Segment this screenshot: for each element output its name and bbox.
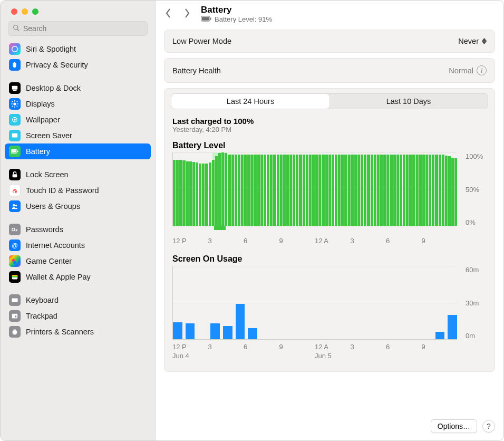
main-pane: Battery Battery Level: 91% Low Power Mod… — [156, 1, 503, 440]
sidebar-item-trackpad[interactable]: Trackpad — [5, 308, 151, 324]
sidebar-item-siri-spotlight[interactable]: Siri & Spotlight — [5, 41, 151, 57]
svg-rect-1 — [12, 86, 18, 90]
dock-icon — [9, 82, 21, 94]
sidebar-item-label: Wallet & Apple Pay — [26, 273, 91, 281]
sidebar-item-label: Printers & Scanners — [26, 328, 94, 336]
sidebar-item-label: Siri & Spotlight — [26, 45, 76, 53]
tab-last-10-days[interactable]: Last 10 Days — [329, 94, 488, 109]
svg-rect-34 — [12, 314, 18, 319]
sidebar-item-users-groups[interactable]: Users & Groups — [5, 198, 151, 214]
wallpaper-icon — [9, 114, 21, 126]
low-power-mode-value[interactable]: Never — [458, 37, 487, 45]
sidebar-item-printers-scanners[interactable]: Printers & Scanners — [5, 324, 151, 340]
sidebar-item-lock-screen[interactable]: Lock Screen — [5, 167, 151, 183]
svg-point-23 — [13, 204, 15, 206]
lock-icon — [9, 169, 21, 180]
settings-window: Siri & SpotlightPrivacy & SecurityDeskto… — [0, 0, 504, 441]
sidebar-item-label: Users & Groups — [26, 202, 80, 210]
options-button[interactable]: Options… — [431, 419, 477, 433]
sidebar-item-displays[interactable]: Displays — [5, 96, 151, 112]
sidebar-item-label: Lock Screen — [26, 170, 69, 179]
sidebar-item-keyboard[interactable]: Keyboard — [5, 292, 151, 308]
low-power-mode-row[interactable]: Low Power Mode Never — [164, 30, 495, 52]
zoom-window-button[interactable] — [32, 8, 38, 15]
battery-status-icon — [201, 15, 211, 23]
content: Low Power Mode Never Battery Health Norm… — [156, 26, 503, 416]
sidebar-item-screen-saver[interactable]: Screen Saver — [5, 128, 151, 143]
svg-point-29 — [13, 261, 16, 264]
sidebar-item-label: Privacy & Security — [26, 61, 88, 69]
page-title: Battery — [201, 5, 272, 15]
forward-button[interactable] — [183, 8, 191, 20]
svg-point-28 — [15, 259, 17, 262]
close-window-button[interactable] — [11, 8, 17, 15]
sidebar-item-wallpaper[interactable]: Wallpaper — [5, 112, 151, 128]
help-button[interactable]: ? — [482, 420, 495, 433]
sidebar-list[interactable]: Siri & SpotlightPrivacy & SecurityDeskto… — [1, 41, 155, 440]
back-button[interactable] — [164, 8, 172, 20]
sidebar-item-touch-id-password[interactable]: Touch ID & Password — [5, 183, 151, 198]
svg-rect-2 — [13, 90, 17, 91]
screensaver-icon — [9, 130, 21, 141]
sidebar-item-internet-accounts[interactable]: @Internet Accounts — [5, 237, 151, 253]
search-input[interactable] — [23, 24, 143, 33]
info-icon[interactable]: i — [477, 65, 487, 75]
screen-on-chart-title: Screen On Usage — [172, 254, 487, 264]
svg-rect-38 — [13, 333, 16, 335]
header-title-block: Battery Battery Level: 91% — [201, 5, 272, 23]
svg-marker-43 — [482, 41, 487, 44]
tab-last-24-hours[interactable]: Last 24 Hours — [171, 94, 329, 109]
battery-health-row[interactable]: Battery Health Normal i — [164, 59, 495, 82]
sidebar-item-battery[interactable]: Battery — [5, 143, 151, 159]
sidebar-item-game-center[interactable]: Game Center — [5, 253, 151, 269]
battery-level-text: Battery Level: 91% — [215, 15, 272, 23]
search-field[interactable] — [8, 21, 148, 36]
time-range-segmented[interactable]: Last 24 Hours Last 10 Days — [171, 93, 488, 109]
low-power-mode-label: Low Power Mode — [172, 37, 231, 45]
svg-rect-32 — [12, 276, 18, 277]
svg-marker-42 — [482, 38, 487, 41]
svg-rect-41 — [210, 17, 211, 20]
nav-arrows — [164, 8, 191, 20]
page-subtitle: Battery Level: 91% — [201, 15, 272, 23]
sidebar-item-label: Screen Saver — [26, 131, 72, 140]
sidebar-item-passwords[interactable]: Passwords — [5, 222, 151, 237]
battery-health-panel: Battery Health Normal i — [164, 58, 495, 83]
sidebar-item-label: Trackpad — [26, 312, 57, 320]
svg-point-13 — [14, 119, 16, 121]
svg-rect-21 — [17, 150, 18, 152]
svg-text:@: @ — [12, 242, 17, 248]
svg-point-24 — [15, 205, 17, 207]
svg-line-11 — [12, 106, 13, 107]
screen-on-date-axis: Jun 4Jun 5 — [172, 351, 457, 360]
sidebar-item-desktop-dock[interactable]: Desktop & Dock — [5, 80, 151, 96]
sidebar-item-privacy-security[interactable]: Privacy & Security — [5, 57, 151, 73]
screen-on-y-axis: 60m30m0m — [462, 266, 487, 340]
screen-on-x-axis: 12 P36912 A369 — [172, 340, 457, 351]
gamecenter-icon — [9, 255, 21, 267]
last-charged-time: Yesterday, 4:20 PM — [172, 126, 487, 133]
svg-rect-37 — [13, 330, 16, 331]
key-icon — [9, 224, 21, 235]
svg-rect-33 — [12, 299, 17, 302]
minimize-window-button[interactable] — [22, 8, 28, 15]
svg-rect-20 — [12, 150, 17, 153]
battery-icon — [9, 146, 21, 157]
hand-icon — [9, 59, 21, 71]
chart-area: Last charged to 100% Yesterday, 4:20 PM … — [164, 109, 495, 371]
sidebar-item-label: Displays — [26, 100, 55, 108]
touchid-icon — [9, 185, 21, 196]
sidebar-item-wallet-apple-pay[interactable]: Wallet & Apple Pay — [5, 269, 151, 285]
header: Battery Battery Level: 91% — [156, 1, 503, 26]
svg-point-25 — [12, 228, 15, 231]
battery-health-label: Battery Health — [172, 66, 221, 75]
popup-arrows-icon — [482, 38, 487, 44]
sidebar-item-label: Battery — [26, 147, 50, 156]
svg-point-35 — [15, 315, 17, 318]
svg-line-8 — [12, 101, 13, 102]
sidebar-item-label: Desktop & Dock — [26, 84, 81, 92]
usage-panel: Last 24 Hours Last 10 Days Last charged … — [164, 88, 495, 372]
battery-level-y-axis: 100%50%0% — [462, 152, 487, 226]
svg-line-9 — [17, 106, 18, 107]
battery-level-chart: Battery Level 12 P36912 A36 — [172, 141, 487, 245]
